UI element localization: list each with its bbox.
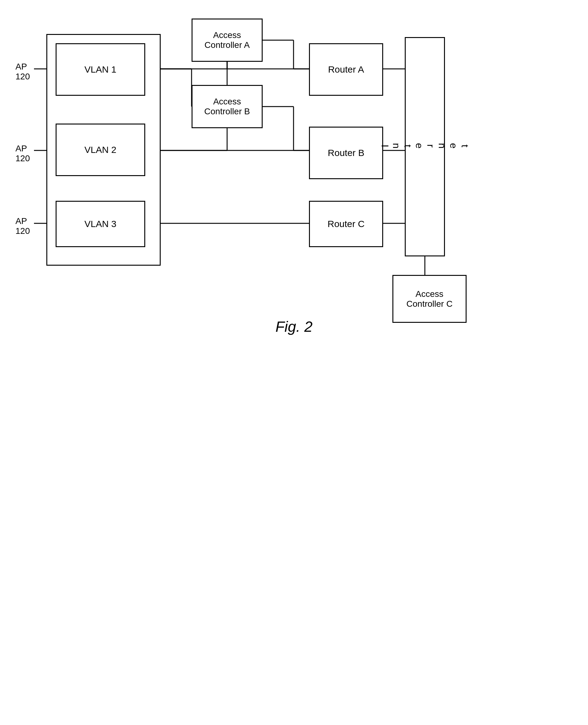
router-a-box: Router A: [309, 43, 383, 96]
vlan3-box: VLAN 3: [56, 201, 145, 247]
ap2-label: AP120: [16, 144, 30, 164]
internet-box: Internet: [405, 37, 445, 256]
ap1-label: AP120: [16, 62, 30, 82]
router-b-box: Router B: [309, 127, 383, 179]
ap3-label: AP120: [16, 216, 30, 236]
access-controller-b-box: AccessController B: [192, 85, 262, 128]
access-controller-c-box: AccessController C: [393, 275, 466, 323]
fig2-diagram: AP120 AP120 AP120 VLAN 1 VLAN 2 VLAN 3 A…: [0, 9, 588, 364]
fig2-caption: Fig. 2: [275, 318, 312, 335]
access-controller-a-box: AccessController A: [192, 19, 262, 62]
router-c-box: Router C: [309, 201, 383, 247]
vlan2-box: VLAN 2: [56, 124, 145, 176]
vlan1-box: VLAN 1: [56, 43, 145, 96]
